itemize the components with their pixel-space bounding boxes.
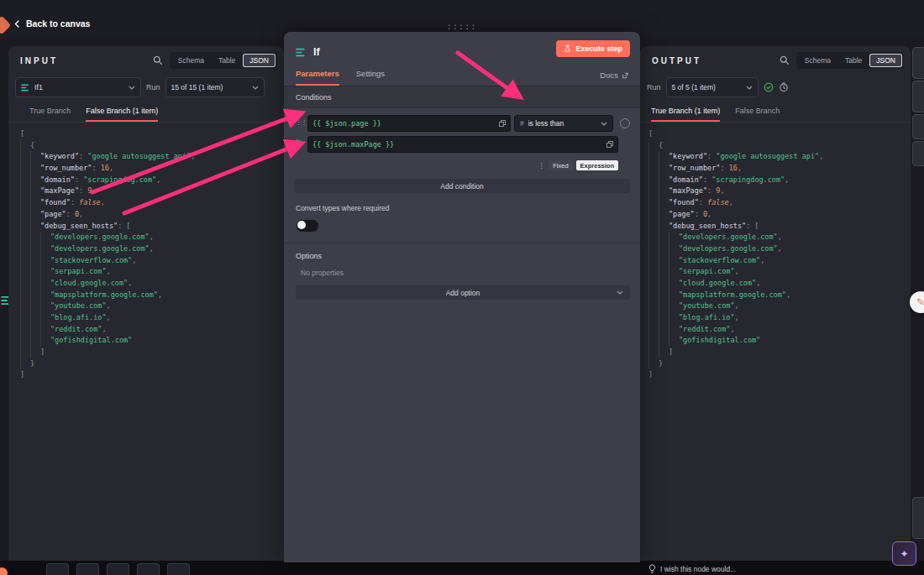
node-feedback-link[interactable]: I wish this node would... [648,564,736,573]
output-tab-table[interactable]: Table [838,54,869,67]
code-line: ] [20,347,281,358]
node-title: If [313,46,320,58]
convert-types-label: Convert types where required [296,204,630,212]
node-feedback-label: I wish this node would... [660,565,736,573]
input-tab-table[interactable]: Table [212,54,242,67]
arrow-left-icon [13,20,21,28]
code-line: ] [20,369,281,381]
code-line: "debug_seen_hosts": [ [20,221,281,233]
execute-step-button[interactable]: Execute step [556,40,630,57]
tab-settings[interactable]: Settings [356,69,385,86]
output-panel: OUTPUT Schema Table JSON Run 5 of 5 (1 i… [640,46,911,561]
input-tab-schema[interactable]: Schema [171,54,211,67]
back-to-canvas-link[interactable]: Back to canvas [13,18,90,29]
add-condition-label: Add condition [440,182,484,191]
canvas-control-button[interactable] [137,563,160,575]
drag-handle-icon[interactable]: ⋮⋮ [296,115,307,130]
code-line: "row_number": 16, [20,163,281,175]
condition-left-value-input[interactable]: {{ $json.page }} [307,115,511,132]
open-expression-editor-icon[interactable] [606,141,613,148]
input-search-icon[interactable] [153,55,163,65]
condition-row: ⋮⋮ fx {{ $json.page }} # is less [296,115,630,170]
canvas-control-button[interactable] [76,563,99,575]
condition-option-circle-icon[interactable] [620,118,630,128]
code-line: "youtube.com", [648,301,907,312]
code-line: "mapsplatform.google.com", [20,290,281,301]
operator-dropdown[interactable]: # is less than [514,115,613,132]
condition-right-value: {{ $json.maxPage }} [312,140,394,149]
open-expression-editor-icon[interactable] [499,120,506,127]
app-logo [0,16,11,35]
toggle-knob [297,221,306,229]
parameter-options-menu-icon[interactable]: ⋮ [538,162,545,170]
output-title: OUTPUT [652,56,701,65]
code-line: "row_number": 16, [648,163,907,175]
chevron-down-icon [617,290,623,295]
condition-second-row: {{ $json.maxPage }} [307,136,630,153]
edit-pencil-button[interactable]: ✎ [910,291,924,313]
code-line: "blog.afi.io", [20,312,281,324]
run-success-check-circle-icon[interactable] [764,82,774,92]
stopwatch-icon[interactable] [779,82,789,92]
panel-drag-handle-icon[interactable]: • • • • •• • • • • [449,24,475,30]
input-branch-tabs: True Branch False Branch (1 item) [8,100,284,123]
input-tab-json[interactable]: JSON [243,54,276,67]
operator-label: is less than [528,119,564,128]
add-option-label: Add option [446,289,480,297]
code-line: "reddit.com", [648,324,907,336]
side-panel-card[interactable] [912,141,924,166]
code-line: "domain": "scrapingdog.com", [648,175,907,186]
input-branch-false[interactable]: False Branch (1 item) [86,107,158,122]
code-line: "developers.google.com", [20,243,281,255]
code-line: "maxPage": 9, [648,186,907,197]
code-line: "cloud.google.com", [648,278,907,290]
canvas-control-button[interactable] [46,563,69,575]
output-search-icon[interactable] [780,55,790,65]
input-run-row: If1 Run 15 of 15 (1 item) [8,75,284,100]
output-tab-schema[interactable]: Schema [798,54,837,67]
add-condition-button[interactable]: Add condition [294,179,630,193]
canvas-control-button[interactable] [107,563,129,575]
side-panel-card[interactable] [912,114,924,139]
lightbulb-icon [648,564,656,573]
mode-expression-button[interactable]: Expression [576,160,618,170]
output-branch-true[interactable]: True Branch (1 item) [651,107,720,122]
code-line: "youtube.com", [20,301,281,312]
docs-link[interactable]: Docs [600,71,628,86]
code-line: "stackoverflow.com", [20,255,281,267]
mode-fixed-button[interactable]: Fixed [549,160,572,170]
condition-right-value-input[interactable]: {{ $json.maxPage }} [307,136,618,153]
side-panel-card[interactable] [912,497,924,539]
side-panel-card[interactable] [912,47,924,79]
fx-label: fx [296,134,307,149]
code-line: ] [648,347,907,358]
output-view-switcher: Schema Table JSON [796,52,904,69]
canvas-control-button[interactable] [167,563,190,575]
tab-parameters[interactable]: Parameters [296,69,339,86]
input-run-selector[interactable]: 15 of 15 (1 item) [165,77,265,97]
ai-assistant-button[interactable]: ✦ [892,541,916,566]
output-run-selector[interactable]: 5 of 5 (1 item) [666,77,759,97]
input-node-selector[interactable]: If1 [15,77,141,97]
code-line: "reddit.com", [20,324,281,336]
side-panel-card[interactable] [912,81,924,112]
output-branch-false[interactable]: False Branch [735,107,780,122]
add-option-dropdown[interactable]: Add option [296,285,630,300]
output-json-viewer[interactable]: [{"keyword": "google autosuggest api","r… [648,128,907,557]
docs-label: Docs [600,71,618,80]
code-line: "serpapi.com", [648,266,907,278]
output-run-label: Run [647,83,661,91]
if-node-icon [296,47,307,58]
convert-types-toggle[interactable] [296,219,319,233]
back-to-canvas-label: Back to canvas [26,18,90,29]
code-line: { [20,140,281,152]
editor-tabs: Parameters Settings Docs [284,64,640,86]
code-line: "serpapi.com", [20,266,281,278]
output-tab-json[interactable]: JSON [869,54,902,67]
input-branch-true[interactable]: True Branch [29,107,71,122]
input-json-viewer[interactable]: [{"keyword": "google autosuggest api","r… [20,128,281,557]
external-link-icon [622,72,628,79]
output-run-row: Run 5 of 5 (1 item) [640,75,911,100]
sparkles-icon: ✦ [900,548,908,560]
code-line: "gofishdigital.com" [648,335,907,347]
